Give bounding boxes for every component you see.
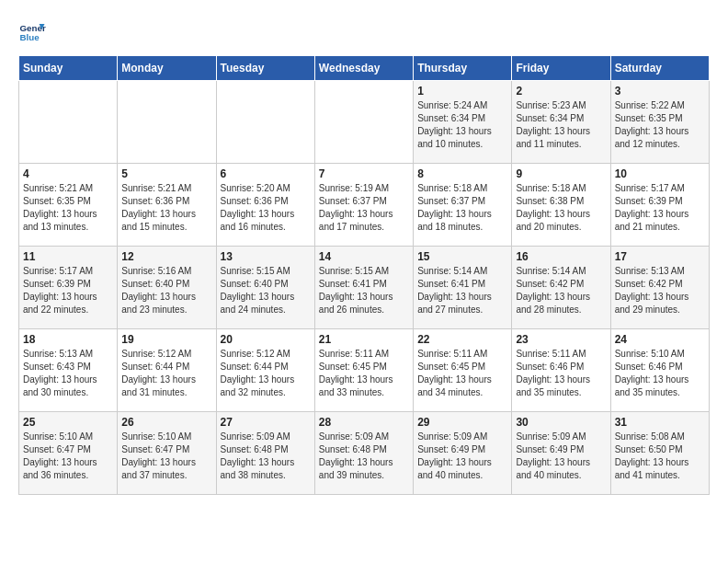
day-info: Sunrise: 5:12 AM Sunset: 6:44 PM Dayligh… (121, 348, 211, 399)
day-info: Sunrise: 5:09 AM Sunset: 6:48 PM Dayligh… (319, 431, 409, 482)
day-cell: 4Sunrise: 5:21 AM Sunset: 6:35 PM Daylig… (19, 164, 118, 247)
day-info: Sunrise: 5:09 AM Sunset: 6:48 PM Dayligh… (221, 431, 311, 482)
day-info: Sunrise: 5:20 AM Sunset: 6:36 PM Dayligh… (221, 182, 311, 234)
day-number: 10 (615, 167, 705, 180)
svg-text:Blue: Blue (20, 32, 40, 42)
week-row-3: 11Sunrise: 5:17 AM Sunset: 6:39 PM Dayli… (19, 247, 710, 329)
day-cell: 23Sunrise: 5:11 AM Sunset: 6:46 PM Dayli… (512, 329, 610, 412)
day-cell: 31Sunrise: 5:08 AM Sunset: 6:50 PM Dayli… (610, 412, 709, 495)
day-number: 18 (23, 333, 113, 346)
day-cell: 7Sunrise: 5:19 AM Sunset: 6:37 PM Daylig… (314, 164, 413, 247)
day-info: Sunrise: 5:18 AM Sunset: 6:38 PM Dayligh… (516, 182, 606, 234)
day-cell: 8Sunrise: 5:18 AM Sunset: 6:37 PM Daylig… (414, 164, 512, 247)
day-info: Sunrise: 5:21 AM Sunset: 6:35 PM Dayligh… (23, 182, 113, 234)
day-number: 26 (121, 416, 211, 429)
day-number: 25 (23, 416, 113, 429)
day-cell: 5Sunrise: 5:21 AM Sunset: 6:36 PM Daylig… (118, 164, 216, 247)
weekday-header-row: SundayMondayTuesdayWednesdayThursdayFrid… (19, 56, 710, 81)
day-cell: 29Sunrise: 5:09 AM Sunset: 6:49 PM Dayli… (414, 412, 512, 495)
day-cell: 11Sunrise: 5:17 AM Sunset: 6:39 PM Dayli… (19, 247, 118, 329)
day-info: Sunrise: 5:19 AM Sunset: 6:37 PM Dayligh… (319, 182, 409, 234)
day-number: 6 (221, 167, 311, 180)
day-info: Sunrise: 5:17 AM Sunset: 6:39 PM Dayligh… (23, 265, 113, 316)
day-number: 13 (221, 250, 311, 263)
day-cell (19, 81, 118, 164)
day-cell: 10Sunrise: 5:17 AM Sunset: 6:39 PM Dayli… (610, 164, 709, 247)
day-number: 12 (121, 250, 211, 263)
day-info: Sunrise: 5:10 AM Sunset: 6:47 PM Dayligh… (23, 431, 113, 482)
day-cell: 28Sunrise: 5:09 AM Sunset: 6:48 PM Dayli… (314, 412, 413, 495)
day-info: Sunrise: 5:08 AM Sunset: 6:50 PM Dayligh… (615, 431, 705, 482)
day-cell: 21Sunrise: 5:11 AM Sunset: 6:45 PM Dayli… (314, 329, 413, 412)
page-header: General Blue (18, 18, 710, 46)
day-number: 22 (417, 333, 507, 346)
weekday-sunday: Sunday (19, 56, 118, 81)
day-info: Sunrise: 5:13 AM Sunset: 6:43 PM Dayligh… (23, 348, 113, 399)
week-row-5: 25Sunrise: 5:10 AM Sunset: 6:47 PM Dayli… (19, 412, 710, 495)
calendar-table: SundayMondayTuesdayWednesdayThursdayFrid… (18, 55, 710, 495)
day-info: Sunrise: 5:15 AM Sunset: 6:40 PM Dayligh… (221, 265, 311, 316)
day-info: Sunrise: 5:24 AM Sunset: 6:34 PM Dayligh… (417, 99, 507, 151)
day-info: Sunrise: 5:10 AM Sunset: 6:47 PM Dayligh… (121, 431, 211, 482)
day-number: 17 (615, 250, 705, 263)
day-cell: 1Sunrise: 5:24 AM Sunset: 6:34 PM Daylig… (414, 81, 512, 164)
day-cell: 6Sunrise: 5:20 AM Sunset: 6:36 PM Daylig… (216, 164, 314, 247)
weekday-monday: Monday (118, 56, 216, 81)
day-number: 24 (615, 333, 705, 346)
day-number: 2 (516, 85, 606, 98)
day-cell (118, 81, 216, 164)
day-number: 23 (516, 333, 606, 346)
day-cell (216, 81, 314, 164)
day-info: Sunrise: 5:12 AM Sunset: 6:44 PM Dayligh… (221, 348, 311, 399)
day-cell: 20Sunrise: 5:12 AM Sunset: 6:44 PM Dayli… (216, 329, 314, 412)
calendar-body: 1Sunrise: 5:24 AM Sunset: 6:34 PM Daylig… (19, 81, 710, 495)
day-cell: 9Sunrise: 5:18 AM Sunset: 6:38 PM Daylig… (512, 164, 610, 247)
day-info: Sunrise: 5:09 AM Sunset: 6:49 PM Dayligh… (516, 431, 606, 482)
day-cell: 14Sunrise: 5:15 AM Sunset: 6:41 PM Dayli… (314, 247, 413, 329)
day-info: Sunrise: 5:11 AM Sunset: 6:45 PM Dayligh… (417, 348, 507, 399)
day-info: Sunrise: 5:14 AM Sunset: 6:41 PM Dayligh… (417, 265, 507, 316)
weekday-saturday: Saturday (610, 56, 709, 81)
day-cell: 2Sunrise: 5:23 AM Sunset: 6:34 PM Daylig… (512, 81, 610, 164)
day-cell: 13Sunrise: 5:15 AM Sunset: 6:40 PM Dayli… (216, 247, 314, 329)
day-number: 21 (319, 333, 409, 346)
day-info: Sunrise: 5:16 AM Sunset: 6:40 PM Dayligh… (121, 265, 211, 316)
day-cell: 27Sunrise: 5:09 AM Sunset: 6:48 PM Dayli… (216, 412, 314, 495)
day-info: Sunrise: 5:11 AM Sunset: 6:45 PM Dayligh… (319, 348, 409, 399)
day-cell: 18Sunrise: 5:13 AM Sunset: 6:43 PM Dayli… (19, 329, 118, 412)
day-cell: 30Sunrise: 5:09 AM Sunset: 6:49 PM Dayli… (512, 412, 610, 495)
weekday-tuesday: Tuesday (216, 56, 314, 81)
day-cell: 3Sunrise: 5:22 AM Sunset: 6:35 PM Daylig… (610, 81, 709, 164)
day-info: Sunrise: 5:14 AM Sunset: 6:42 PM Dayligh… (516, 265, 606, 316)
day-cell: 15Sunrise: 5:14 AM Sunset: 6:41 PM Dayli… (414, 247, 512, 329)
day-info: Sunrise: 5:09 AM Sunset: 6:49 PM Dayligh… (417, 431, 507, 482)
day-number: 14 (319, 250, 409, 263)
weekday-wednesday: Wednesday (314, 56, 413, 81)
day-number: 30 (516, 416, 606, 429)
day-number: 28 (319, 416, 409, 429)
logo: General Blue (18, 18, 46, 46)
day-cell (314, 81, 413, 164)
day-number: 3 (615, 85, 705, 98)
day-info: Sunrise: 5:23 AM Sunset: 6:34 PM Dayligh… (516, 99, 606, 151)
day-info: Sunrise: 5:17 AM Sunset: 6:39 PM Dayligh… (615, 182, 705, 234)
day-cell: 19Sunrise: 5:12 AM Sunset: 6:44 PM Dayli… (118, 329, 216, 412)
day-number: 31 (615, 416, 705, 429)
day-info: Sunrise: 5:15 AM Sunset: 6:41 PM Dayligh… (319, 265, 409, 316)
day-info: Sunrise: 5:21 AM Sunset: 6:36 PM Dayligh… (121, 182, 211, 234)
day-info: Sunrise: 5:18 AM Sunset: 6:37 PM Dayligh… (417, 182, 507, 234)
day-number: 16 (516, 250, 606, 263)
day-cell: 17Sunrise: 5:13 AM Sunset: 6:42 PM Dayli… (610, 247, 709, 329)
day-number: 19 (121, 333, 211, 346)
day-number: 20 (221, 333, 311, 346)
day-cell: 22Sunrise: 5:11 AM Sunset: 6:45 PM Dayli… (414, 329, 512, 412)
day-number: 29 (417, 416, 507, 429)
day-number: 1 (417, 85, 507, 98)
day-number: 5 (121, 167, 211, 180)
day-cell: 12Sunrise: 5:16 AM Sunset: 6:40 PM Dayli… (118, 247, 216, 329)
week-row-2: 4Sunrise: 5:21 AM Sunset: 6:35 PM Daylig… (19, 164, 710, 247)
day-number: 27 (221, 416, 311, 429)
day-info: Sunrise: 5:10 AM Sunset: 6:46 PM Dayligh… (615, 348, 705, 399)
weekday-thursday: Thursday (414, 56, 512, 81)
day-cell: 25Sunrise: 5:10 AM Sunset: 6:47 PM Dayli… (19, 412, 118, 495)
